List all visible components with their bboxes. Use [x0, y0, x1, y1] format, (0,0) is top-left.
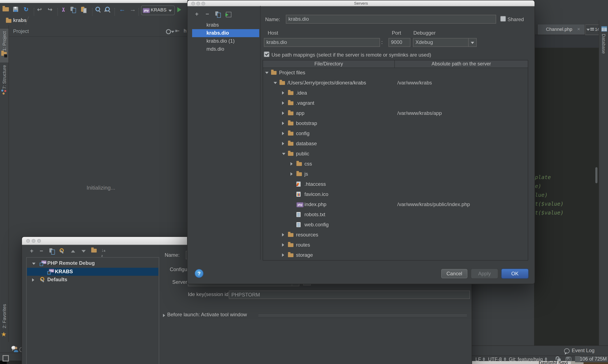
encoding-selector[interactable]: UTF-8: [488, 357, 506, 362]
expand-arrow-icon[interactable]: [282, 132, 284, 135]
sync-icon[interactable]: ↻: [24, 6, 28, 13]
mapping-row[interactable]: robots.txt: [263, 209, 527, 220]
move-up-icon[interactable]: [71, 250, 75, 253]
server-list-item[interactable]: mds.dio: [192, 45, 259, 53]
tab-channel-php[interactable]: Channel.php ×: [537, 25, 585, 35]
help-button[interactable]: ?: [195, 269, 204, 278]
mapping-row[interactable]: favicon.ico: [263, 189, 527, 199]
host-field[interactable]: krabs.dio: [264, 38, 380, 47]
servers-dialog-titlebar[interactable]: Servers: [187, 0, 534, 6]
copy-server-icon[interactable]: [215, 11, 220, 17]
sidebar-item-favorites[interactable]: 2: Favorites: [0, 303, 8, 333]
save-icon[interactable]: [13, 7, 18, 12]
copy-icon[interactable]: [70, 7, 76, 12]
shared-label[interactable]: Shared: [507, 16, 524, 22]
server-list-item[interactable]: krabs: [192, 21, 259, 29]
mapping-row[interactable]: bootstrap: [263, 118, 527, 128]
new-folder-icon[interactable]: [91, 249, 97, 253]
mapping-row[interactable]: Project files: [263, 67, 527, 78]
collapse-arrow-icon[interactable]: [274, 82, 277, 84]
import-server-icon[interactable]: [226, 12, 231, 17]
redo-icon[interactable]: ↪: [48, 6, 52, 13]
use-path-mappings-checkbox[interactable]: [264, 52, 269, 57]
copy-configuration-icon[interactable]: [49, 248, 54, 254]
mapping-row[interactable]: .vagrant: [263, 98, 527, 108]
combo-arrow-zone[interactable]: [468, 39, 476, 46]
git-branch-selector[interactable]: Git: feature/twig: [509, 357, 547, 362]
expand-arrow-icon[interactable]: [282, 243, 284, 247]
cancel-button[interactable]: Cancel: [441, 269, 468, 279]
shared-checkbox[interactable]: [500, 16, 506, 22]
back-icon[interactable]: ←: [119, 5, 125, 13]
star-icon[interactable]: ★: [1, 331, 6, 338]
mapping-row[interactable]: config: [263, 128, 527, 139]
run-config-item[interactable]: PHP Remote Debug: [27, 259, 158, 267]
collapse-arrow-icon[interactable]: [265, 72, 269, 74]
expand-arrow-icon[interactable]: [282, 111, 284, 115]
mapping-row[interactable]: app/var/www/krabs/app: [263, 108, 527, 118]
event-log-icon[interactable]: [564, 348, 569, 353]
expand-arrow-icon[interactable]: [290, 172, 293, 176]
expand-arrow-icon[interactable]: [282, 253, 284, 257]
mapping-row[interactable]: resources: [263, 230, 527, 240]
run-configuration-select[interactable]: php KRABS: [141, 5, 175, 15]
port-field[interactable]: 9000: [388, 38, 410, 47]
paste-icon[interactable]: [81, 7, 86, 12]
debugger-select[interactable]: Xdebug: [413, 38, 477, 47]
scrollbar-thumb[interactable]: [595, 167, 597, 183]
gear-dropdown-icon[interactable]: [171, 31, 174, 33]
use-path-mappings-label[interactable]: Use path mappings (select if the server …: [272, 52, 431, 58]
minimize-button[interactable]: [32, 239, 36, 243]
close-icon[interactable]: ×: [577, 26, 580, 32]
expand-arrow-icon[interactable]: [282, 233, 284, 236]
run-config-item[interactable]: Defaults: [27, 276, 158, 284]
add-server-icon[interactable]: +: [195, 11, 198, 17]
zoom-button[interactable]: [37, 239, 41, 243]
structure-tool-icon[interactable]: [1, 90, 7, 95]
expand-arrow-icon[interactable]: [282, 91, 284, 95]
find-icon[interactable]: [95, 7, 100, 11]
forward-icon[interactable]: →: [130, 5, 136, 13]
server-list-item[interactable]: krabs.dio: [192, 29, 259, 37]
run-icon[interactable]: [177, 7, 181, 12]
mapping-row[interactable]: routes: [263, 240, 527, 250]
column-header[interactable]: File/Directory: [263, 61, 394, 66]
mapping-row[interactable]: /Users/Jerry/projects/dionera/krabs/var/…: [263, 78, 527, 88]
mapping-row[interactable]: css: [263, 159, 527, 169]
rc-ide-key-field[interactable]: PHPSTORM: [229, 290, 470, 299]
memory-indicator[interactable]: 106 of 725M: [575, 356, 608, 362]
mapping-row[interactable]: web.config: [263, 220, 527, 230]
mapping-row[interactable]: storage: [263, 250, 527, 260]
expand-arrow-icon[interactable]: [32, 278, 34, 282]
mapping-row[interactable]: database: [263, 139, 527, 149]
open-folder-icon[interactable]: [2, 7, 9, 11]
sort-alphabetically-icon[interactable]: ↓az: [101, 247, 105, 258]
cut-icon[interactable]: ✂: [60, 7, 67, 12]
expand-arrow-icon[interactable]: [282, 142, 284, 145]
unlock-icon[interactable]: [557, 359, 561, 361]
tab-list-button[interactable]: 14: [585, 25, 600, 35]
collapse-arrow-icon[interactable]: [282, 153, 285, 155]
event-log-label[interactable]: Event Log: [572, 348, 595, 353]
name-field[interactable]: krabs.dio: [286, 15, 496, 24]
gear-icon[interactable]: [166, 29, 171, 34]
undo-icon[interactable]: ↩: [37, 6, 42, 13]
add-icon[interactable]: +: [30, 247, 33, 254]
collapse-panel-icon[interactable]: ⇤: [175, 28, 180, 34]
inspections-profile-icon[interactable]: [566, 357, 571, 362]
breadcrumb[interactable]: krabs: [13, 17, 26, 23]
editor-console[interactable]: platee)lue)t($value)t($value): [534, 48, 599, 346]
database-icon[interactable]: [601, 26, 607, 32]
server-list-item[interactable]: krabs.dio (1): [192, 37, 259, 45]
toolwindow-switcher-icon[interactable]: [2, 355, 9, 362]
move-down-icon[interactable]: [81, 250, 86, 253]
expand-arrow-icon[interactable]: [282, 122, 284, 125]
mapping-row[interactable]: public: [263, 149, 527, 159]
mapping-row[interactable]: phpindex.php/var/www/krabs/public/index.…: [263, 199, 527, 209]
remove-icon[interactable]: −: [40, 247, 43, 254]
mapping-row[interactable]: .htaccess: [263, 179, 527, 189]
before-launch-expand-icon[interactable]: [163, 314, 165, 317]
close-button[interactable]: [26, 239, 30, 243]
sidebar-item-database[interactable]: Database: [601, 34, 606, 54]
expand-arrow-icon[interactable]: [290, 162, 293, 166]
